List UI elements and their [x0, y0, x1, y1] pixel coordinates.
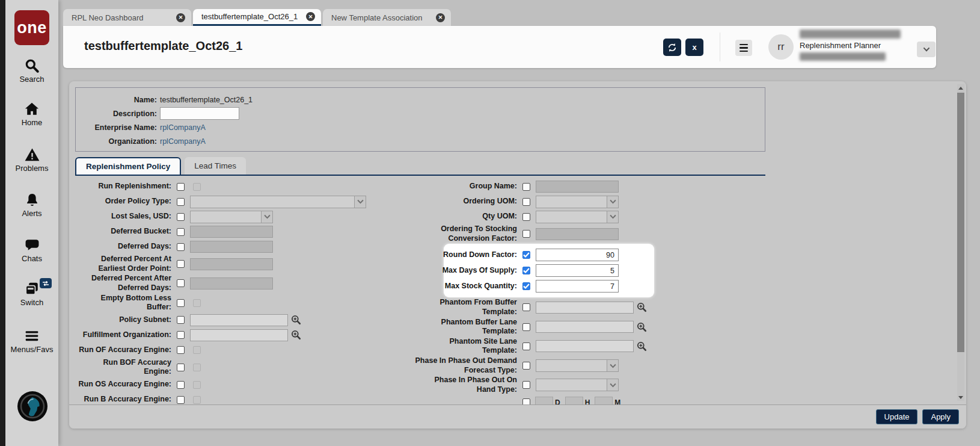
scrollbar[interactable]: [957, 84, 964, 401]
lookup-input[interactable]: [190, 314, 288, 326]
sidebar-item-menus[interactable]: Menus/Favs: [5, 327, 58, 354]
field-checkbox[interactable]: [177, 198, 185, 206]
scroll-thumb[interactable]: [957, 93, 964, 352]
select-control[interactable]: [536, 196, 619, 208]
lookup-input[interactable]: [190, 329, 288, 341]
zoom-in-icon[interactable]: [291, 315, 301, 325]
sidebar-item-home[interactable]: Home: [5, 101, 58, 127]
field-checkbox[interactable]: [177, 213, 185, 221]
policy-tab-bar: Replenishment PolicyLead Times: [75, 157, 246, 175]
duration-input[interactable]: [595, 397, 613, 404]
sidebar-item-problems[interactable]: Problems: [5, 146, 58, 173]
field-checkbox[interactable]: [522, 303, 530, 311]
zoom-in-icon[interactable]: [291, 330, 301, 340]
field-checkbox[interactable]: [522, 342, 530, 350]
sidebar-item-alerts[interactable]: Alerts: [5, 191, 58, 218]
zoom-in-icon[interactable]: [637, 322, 647, 332]
field-checkbox[interactable]: [177, 381, 185, 389]
chevron-down-icon[interactable]: [261, 211, 272, 223]
header-divider: [720, 33, 720, 61]
field-checkbox[interactable]: [177, 331, 185, 339]
select-control[interactable]: [190, 196, 366, 208]
select-control[interactable]: [190, 211, 273, 223]
zoom-in-icon[interactable]: [637, 302, 647, 312]
redacted-username: [800, 29, 901, 39]
chevron-down-icon[interactable]: [607, 379, 618, 391]
form-row: Phase In Phase Out On Hand Type:: [415, 376, 740, 394]
field-checkbox[interactable]: [177, 316, 185, 324]
tab-replenishment-policy[interactable]: Replenishment Policy: [75, 157, 181, 175]
field-checkbox[interactable]: [522, 230, 530, 238]
field-label: Deferred Days:: [75, 242, 174, 252]
refresh-button[interactable]: [663, 39, 681, 56]
tab-close-icon[interactable]: ✕: [306, 12, 315, 21]
select-control[interactable]: [536, 379, 619, 391]
field-checkbox[interactable]: [177, 279, 185, 287]
text-input-disabled: [190, 226, 273, 238]
field-checkbox[interactable]: [177, 260, 185, 268]
header-menu-button[interactable]: [735, 40, 752, 56]
field-checkbox[interactable]: [522, 183, 530, 191]
select-control[interactable]: [536, 359, 619, 372]
field-checkbox[interactable]: [522, 282, 530, 290]
user-menu-chevron[interactable]: [917, 42, 936, 57]
field-label: Round Down Factor:: [415, 250, 520, 260]
field-checkbox[interactable]: [522, 362, 530, 370]
select-control[interactable]: [536, 211, 619, 223]
field-checkbox[interactable]: [177, 396, 185, 404]
zoom-in-icon[interactable]: [637, 341, 647, 352]
sidebar-item-chats[interactable]: Chats: [5, 237, 58, 263]
field-checkbox[interactable]: [522, 267, 530, 274]
info-row: Name:testbuffertemplate_Oct26_1: [76, 93, 765, 106]
field-checkbox[interactable]: [522, 251, 530, 259]
chevron-down-icon[interactable]: [607, 211, 618, 223]
field-checkbox[interactable]: [177, 299, 185, 307]
field-label: Enterprise Name:: [76, 123, 160, 132]
lookup-input[interactable]: [536, 340, 634, 352]
workspace-tab[interactable]: testbuffertemplate_Oct26_1✕: [193, 9, 321, 26]
app-logo[interactable]: one: [14, 10, 49, 45]
field-checkbox[interactable]: [522, 198, 530, 206]
duration-input[interactable]: [535, 397, 553, 404]
field-label: Fulfillment Organization:: [75, 330, 174, 340]
tab-close-icon[interactable]: ✕: [176, 13, 185, 22]
field-checkbox[interactable]: [177, 228, 185, 236]
workspace-tab[interactable]: New Template Association✕: [323, 9, 451, 26]
entity-link[interactable]: rplCompanyA: [160, 137, 206, 146]
avatar[interactable]: rr: [768, 34, 794, 60]
update-button[interactable]: Update: [876, 409, 918, 424]
field-label: Description:: [76, 110, 160, 118]
field-checkbox[interactable]: [522, 323, 530, 331]
description-input[interactable]: [160, 107, 239, 120]
text-input[interactable]: [536, 264, 619, 277]
chevron-down-icon[interactable]: [607, 196, 618, 208]
tab-lead-times[interactable]: Lead Times: [185, 157, 246, 175]
close-record-button[interactable]: x: [685, 39, 703, 56]
field-checkbox[interactable]: [522, 381, 530, 389]
scroll-up-icon[interactable]: [957, 84, 964, 91]
sidebar-item-search[interactable]: Search: [5, 57, 58, 84]
swap-arrows-icon[interactable]: [40, 278, 52, 288]
sidebar-item-switch[interactable]: Switch: [5, 280, 58, 307]
chevron-down-icon[interactable]: [607, 360, 618, 371]
workspace-tab[interactable]: RPL Neo Dashboard✕: [63, 9, 191, 26]
duration-input[interactable]: [565, 397, 583, 404]
field-checkbox[interactable]: [177, 243, 185, 251]
field-checkbox[interactable]: [177, 346, 185, 354]
lookup-input[interactable]: [536, 302, 634, 314]
neo-assistant-button[interactable]: [17, 391, 48, 422]
field-checkbox[interactable]: [522, 398, 530, 404]
text-input[interactable]: [536, 249, 619, 261]
field-checkbox[interactable]: [177, 364, 185, 371]
scroll-down-icon[interactable]: [957, 394, 964, 401]
text-input[interactable]: [536, 280, 619, 293]
lookup-input[interactable]: [536, 321, 634, 333]
tab-close-icon[interactable]: ✕: [436, 13, 445, 22]
field-label: Run OS Accuracy Engine:: [75, 380, 174, 389]
field-checkbox[interactable]: [522, 213, 530, 221]
entity-link[interactable]: rplCompanyA: [160, 123, 206, 132]
field-checkbox[interactable]: [177, 183, 185, 191]
apply-button[interactable]: Apply: [922, 409, 959, 424]
window-edge-strip: [0, 0, 5, 446]
chevron-down-icon[interactable]: [354, 196, 366, 208]
